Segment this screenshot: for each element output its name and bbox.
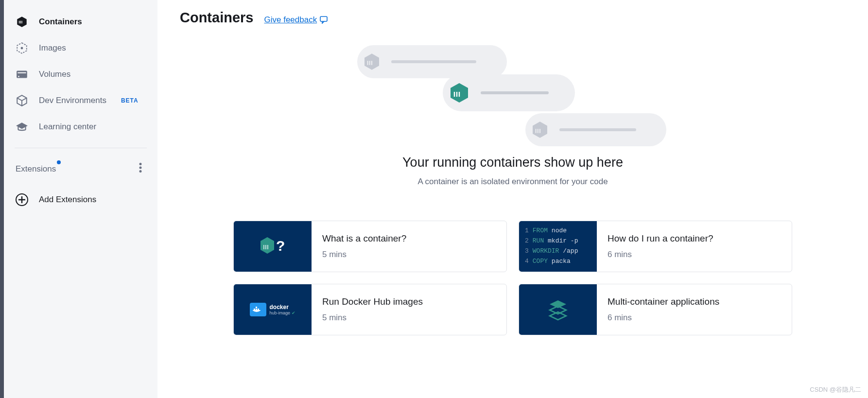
plus-icon	[16, 193, 28, 206]
svg-rect-1	[17, 70, 27, 78]
svg-text:?: ?	[276, 238, 285, 254]
empty-state-subtitle: A container is an isolated environment f…	[417, 177, 608, 187]
sidebar-item-images[interactable]: Images	[4, 35, 157, 61]
card-time: 5 mins	[322, 313, 423, 323]
illustration-line	[481, 91, 549, 94]
docker-name: docker	[269, 304, 295, 311]
sidebar-item-volumes[interactable]: Volumes	[4, 61, 157, 87]
sidebar-item-label: Learning center	[39, 122, 96, 132]
window-accent-bar	[0, 0, 4, 398]
card-time: 5 mins	[322, 250, 406, 260]
container-icon	[16, 16, 28, 28]
illustration-pill	[357, 45, 507, 78]
extensions-label: Extensions	[16, 164, 56, 174]
container-icon	[530, 120, 550, 139]
card-body: Multi-container applications 6 mins	[597, 284, 730, 335]
card-graphic	[519, 284, 597, 335]
illustration-line	[559, 128, 636, 131]
sidebar-item-learning-center[interactable]: Learning center	[4, 114, 157, 140]
more-icon[interactable]	[135, 161, 146, 177]
card-body: What is a container? 5 mins	[312, 221, 417, 272]
docker-logo-icon	[250, 303, 266, 316]
empty-illustration	[357, 45, 668, 147]
card-how-to-run[interactable]: 1FROM node 2RUN mkdir -p 3WORKDIR /app 4…	[519, 221, 792, 272]
card-body: How do I run a container? 6 mins	[597, 221, 724, 272]
sidebar-item-containers[interactable]: Containers	[4, 9, 157, 35]
svg-rect-11	[258, 309, 259, 310]
page-header: Containers Give feedback	[180, 10, 846, 26]
container-icon	[448, 81, 471, 104]
card-title: Run Docker Hub images	[322, 296, 423, 307]
illustration-pill	[525, 113, 666, 146]
empty-state: Your running containers show up here A c…	[180, 45, 846, 187]
dev-env-icon	[16, 94, 28, 107]
extensions-header: Extensions	[4, 156, 157, 182]
svg-point-2	[18, 76, 19, 77]
sidebar-item-label: Containers	[39, 17, 82, 27]
volumes-icon	[16, 68, 28, 81]
sidebar-divider	[15, 148, 147, 148]
container-icon	[362, 52, 382, 71]
svg-rect-7	[320, 17, 327, 21]
sidebar: Containers Images Volumes Dev Environmen…	[4, 0, 157, 398]
give-feedback-link[interactable]: Give feedback	[264, 15, 329, 25]
card-time: 6 mins	[608, 313, 719, 323]
card-multi-container[interactable]: Multi-container applications 6 mins	[519, 284, 792, 335]
card-graphic: ?	[234, 221, 312, 272]
sidebar-item-label: Volumes	[39, 69, 70, 79]
beta-badge: BETA	[121, 97, 139, 104]
learning-icon	[16, 121, 28, 133]
main-content: Containers Give feedback Your running co…	[157, 0, 868, 398]
learning-cards: ? What is a container? 5 mins 1FROM node…	[233, 221, 792, 335]
card-graphic: docker hub-image ✔	[234, 284, 312, 335]
code-sample: 1FROM node 2RUN mkdir -p 3WORKDIR /app 4…	[519, 221, 597, 271]
svg-point-0	[21, 47, 23, 50]
sidebar-item-label: Dev Environments	[39, 96, 106, 105]
svg-point-5	[139, 167, 142, 169]
card-docker-hub[interactable]: docker hub-image ✔ Run Docker Hub images…	[233, 284, 507, 335]
sidebar-item-label: Images	[39, 43, 66, 53]
add-extensions-label: Add Extensions	[39, 195, 96, 205]
page-title: Containers	[180, 10, 253, 26]
svg-rect-10	[256, 309, 257, 310]
svg-rect-12	[256, 307, 257, 308]
svg-point-4	[139, 163, 142, 165]
svg-point-6	[139, 170, 142, 173]
card-title: Multi-container applications	[608, 296, 719, 307]
images-icon	[16, 42, 28, 54]
svg-rect-3	[17, 72, 26, 73]
card-title: How do I run a container?	[608, 233, 713, 244]
card-what-is-container[interactable]: ? What is a container? 5 mins	[233, 221, 507, 272]
empty-state-title: Your running containers show up here	[402, 155, 623, 170]
docker-sub: hub-image ✔	[269, 311, 295, 315]
svg-rect-9	[254, 309, 255, 310]
card-body: Run Docker Hub images 5 mins	[312, 284, 434, 335]
card-title: What is a container?	[322, 233, 406, 244]
card-time: 6 mins	[608, 250, 713, 260]
add-extensions-button[interactable]: Add Extensions	[4, 182, 157, 218]
watermark: CSDN @谷隐凡二	[810, 385, 861, 394]
illustration-pill	[443, 74, 575, 111]
illustration-line	[391, 60, 476, 63]
feedback-icon	[320, 16, 329, 24]
layers-icon	[546, 297, 570, 322]
feedback-label: Give feedback	[264, 15, 317, 25]
sidebar-item-dev-environments[interactable]: Dev Environments BETA	[4, 87, 157, 114]
card-graphic: 1FROM node 2RUN mkdir -p 3WORKDIR /app 4…	[519, 221, 597, 272]
